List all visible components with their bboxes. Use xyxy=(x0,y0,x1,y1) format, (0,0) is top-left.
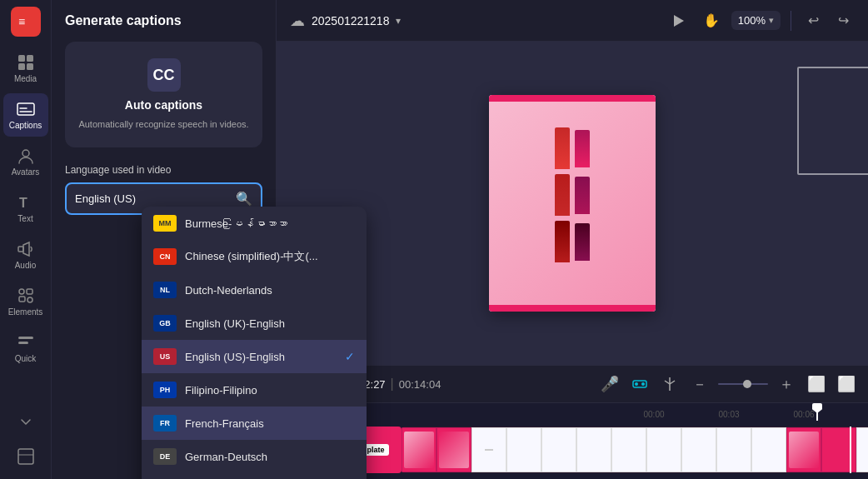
zoom-in-button[interactable]: ＋ xyxy=(775,372,798,396)
pink-border-top xyxy=(489,95,656,102)
zoom-control[interactable]: 100% ▾ xyxy=(731,11,781,30)
play-icon xyxy=(671,13,686,28)
dropdown-label-nl: Dutch-Nederlands xyxy=(185,284,355,297)
dropdown-label-cn: Chinese (simplified)-中文(... xyxy=(185,249,355,264)
dropdown-item-gb[interactable]: GB English (UK)-English xyxy=(142,307,367,340)
track-video-segment[interactable] xyxy=(402,427,868,473)
auto-captions-card: CC Auto captions Automatically recognize… xyxy=(65,42,262,147)
sidebar-item-media-label: Media xyxy=(14,74,37,83)
svg-point-11 xyxy=(19,289,24,294)
split-button[interactable] xyxy=(658,372,681,396)
track-frame xyxy=(821,427,856,472)
sidebar-item-text[interactable]: T Text xyxy=(3,187,48,230)
svg-text:T: T xyxy=(19,196,27,210)
captions-icon xyxy=(17,100,35,118)
dropdown-item-nl[interactable]: NL Dutch-Nederlands xyxy=(142,273,367,307)
svg-rect-15 xyxy=(18,337,33,339)
track-frame xyxy=(786,427,821,472)
check-icon: ✓ xyxy=(345,350,355,363)
flag-de: DE xyxy=(153,448,177,465)
playhead xyxy=(816,403,818,421)
svg-line-24 xyxy=(665,381,670,384)
track-frame xyxy=(751,427,786,472)
auto-captions-title: Auto captions xyxy=(125,98,202,112)
cc-icon: CC xyxy=(147,58,181,92)
svg-rect-10 xyxy=(18,247,23,252)
zoom-slider[interactable] xyxy=(718,383,768,385)
dropdown-label-gb: English (UK)-English xyxy=(185,317,355,330)
svg-rect-13 xyxy=(19,297,25,302)
dropdown-item-de[interactable]: DE German-Deutsch xyxy=(142,440,367,473)
generate-captions-panel: Generate captions CC Auto captions Autom… xyxy=(52,0,277,479)
dropdown-item-id[interactable]: ID Indonesian-Bahasa Indonesia xyxy=(142,473,367,479)
dropdown-label-de: German-Deutsch xyxy=(185,451,355,463)
microphone-button[interactable]: 🎤 xyxy=(598,372,621,396)
track-frame xyxy=(471,427,506,472)
track-frame xyxy=(681,427,716,472)
clip-icon xyxy=(631,376,648,392)
auto-captions-desc: Automatically recognize speech in videos… xyxy=(78,118,248,131)
search-icon[interactable]: 🔍 xyxy=(236,191,252,207)
dropdown-label-ph: Filipino-Filipino xyxy=(185,384,355,397)
dropdown-item-mm[interactable]: MM Burmese-မြန်မာဘာသာ xyxy=(142,207,367,240)
language-input[interactable] xyxy=(75,192,229,205)
zoom-out-button[interactable]: － xyxy=(688,372,711,396)
flag-cn: CN xyxy=(153,248,177,265)
track-content: Template xyxy=(310,427,868,473)
flag-us: US xyxy=(153,348,177,365)
svg-point-22 xyxy=(641,382,645,386)
sidebar: ≡ Media Captions Avatars T Text xyxy=(0,0,52,479)
dropdown-item-fr[interactable]: FR French-Français xyxy=(142,407,367,440)
flag-nl: NL xyxy=(153,282,177,298)
undo-button[interactable]: ↩ xyxy=(801,9,825,32)
svg-rect-16 xyxy=(18,342,28,344)
dropdown-label-us: English (US)-English xyxy=(185,351,337,363)
ruler-mark-0: 00:00 xyxy=(616,410,691,419)
hand-tool-button[interactable]: ✋ xyxy=(698,7,725,34)
fit-button[interactable]: ⬜ xyxy=(805,372,828,396)
dropdown-item-us[interactable]: US English (US)-English ✓ xyxy=(142,340,367,373)
sidebar-item-expand[interactable] xyxy=(3,406,48,437)
svg-rect-5 xyxy=(17,103,34,115)
sidebar-item-captions[interactable]: Captions xyxy=(3,93,48,137)
app-logo: ≡ xyxy=(11,7,41,37)
project-name: 202501221218 xyxy=(312,14,389,27)
svg-rect-12 xyxy=(27,289,32,294)
svg-text:≡: ≡ xyxy=(18,15,25,28)
zoom-dot xyxy=(743,380,751,388)
sidebar-item-elements[interactable]: Elements xyxy=(3,280,48,323)
track-frame xyxy=(716,427,751,472)
layout-icon xyxy=(17,447,35,466)
sidebar-item-captions-label: Captions xyxy=(9,121,42,130)
sidebar-item-layout[interactable] xyxy=(3,441,48,472)
ruler-mark-1: 00:03 xyxy=(691,410,766,419)
dropdown-label-mm: Burmese-မြန်မာဘာသာ xyxy=(185,217,355,230)
video-thumbnail xyxy=(489,95,656,312)
fullscreen-button[interactable]: ⬜ xyxy=(835,372,858,396)
zoom-line xyxy=(718,383,768,385)
sidebar-item-media[interactable]: Media xyxy=(3,47,48,90)
audio-icon xyxy=(17,240,35,258)
svg-rect-3 xyxy=(18,63,25,70)
preview-play-button[interactable] xyxy=(665,7,691,34)
sidebar-item-avatars[interactable]: Avatars xyxy=(3,140,48,183)
project-chevron-icon[interactable]: ▾ xyxy=(396,15,401,27)
svg-point-8 xyxy=(22,150,29,157)
svg-rect-4 xyxy=(27,63,33,70)
dropdown-item-cn[interactable]: CN Chinese (simplified)-中文(... xyxy=(142,240,367,273)
sidebar-item-text-label: Text xyxy=(17,214,32,223)
total-time: 00:14:04 xyxy=(399,378,441,391)
zoom-chevron-icon: ▾ xyxy=(769,15,774,26)
sidebar-item-audio[interactable]: Audio xyxy=(3,233,48,277)
flag-mm: MM xyxy=(153,215,177,232)
dropdown-label-fr: French-Français xyxy=(185,417,355,430)
redo-button[interactable]: ↪ xyxy=(831,9,855,32)
flag-fr: FR xyxy=(153,415,177,432)
track-frame xyxy=(646,427,681,472)
topbar: ☁ 202501221218 ▾ ✋ 100% ▾ ↩ ↪ xyxy=(277,0,868,42)
svg-point-14 xyxy=(27,297,32,302)
sidebar-item-quick[interactable]: Quick xyxy=(3,327,48,370)
clip-button[interactable] xyxy=(628,372,651,396)
svg-line-25 xyxy=(670,381,675,384)
dropdown-item-ph[interactable]: PH Filipino-Filipino xyxy=(142,373,367,407)
